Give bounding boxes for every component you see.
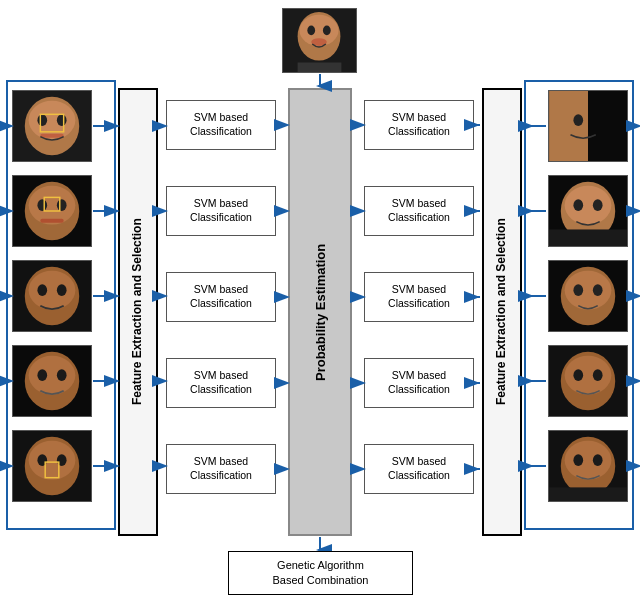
svg-point-29 (37, 369, 47, 381)
left-feature-extraction-box: Feature Extraction and Selection (118, 88, 158, 536)
left-face-3 (12, 260, 92, 332)
left-face-1 (12, 90, 92, 162)
right-face-4 (548, 345, 628, 417)
svg-point-51 (593, 284, 603, 296)
right-svm-2: SVM basedClassification (364, 186, 474, 236)
svg-rect-12 (40, 134, 63, 138)
svg-point-28 (29, 356, 76, 395)
svg-point-49 (565, 271, 612, 310)
svg-point-24 (37, 284, 47, 296)
right-svm-5: SVM basedClassification (364, 444, 474, 494)
svg-point-10 (37, 114, 47, 126)
diagram: Feature Extraction and Selection Feature… (0, 0, 640, 600)
right-svm-1: SVM basedClassification (364, 100, 474, 150)
svg-point-59 (565, 441, 612, 480)
probability-estimation-box: Probability Estimation (288, 88, 352, 536)
right-feature-extraction-box: Feature Extraction and Selection (482, 88, 522, 536)
svg-point-18 (57, 199, 67, 211)
svg-point-4 (323, 26, 331, 36)
left-svm-5: SVM basedClassification (166, 444, 276, 494)
right-face-2 (548, 175, 628, 247)
top-face-image (282, 8, 357, 73)
svg-point-40 (573, 114, 583, 126)
svg-rect-46 (549, 229, 627, 246)
ga-combination-box: Genetic AlgorithmBased Combination (228, 551, 413, 595)
svg-rect-39 (588, 91, 627, 161)
svg-rect-19 (40, 219, 63, 223)
svg-point-54 (565, 356, 612, 395)
svg-point-17 (37, 199, 47, 211)
svg-point-43 (565, 186, 612, 225)
right-face-1 (548, 90, 628, 162)
svg-point-33 (29, 441, 76, 480)
svg-point-3 (307, 26, 315, 36)
svg-point-55 (573, 369, 583, 381)
svg-point-45 (593, 199, 603, 211)
svg-rect-38 (549, 91, 588, 161)
right-svm-3: SVM basedClassification (364, 272, 474, 322)
svg-point-44 (573, 199, 583, 211)
svg-point-30 (57, 369, 67, 381)
right-face-5 (548, 430, 628, 502)
svg-point-23 (29, 271, 76, 310)
left-face-2 (12, 175, 92, 247)
svg-point-25 (57, 284, 67, 296)
svg-point-11 (57, 114, 67, 126)
left-face-5 (12, 430, 92, 502)
right-face-3 (548, 260, 628, 332)
svg-point-50 (573, 284, 583, 296)
left-face-4 (12, 345, 92, 417)
svg-point-56 (593, 369, 603, 381)
svg-rect-6 (298, 63, 342, 73)
svg-point-60 (573, 454, 583, 466)
right-svm-4: SVM basedClassification (364, 358, 474, 408)
svg-rect-62 (549, 487, 627, 501)
left-svm-1: SVM basedClassification (166, 100, 276, 150)
left-svm-3: SVM basedClassification (166, 272, 276, 322)
left-svm-4: SVM basedClassification (166, 358, 276, 408)
left-svm-2: SVM basedClassification (166, 186, 276, 236)
svg-point-61 (593, 454, 603, 466)
